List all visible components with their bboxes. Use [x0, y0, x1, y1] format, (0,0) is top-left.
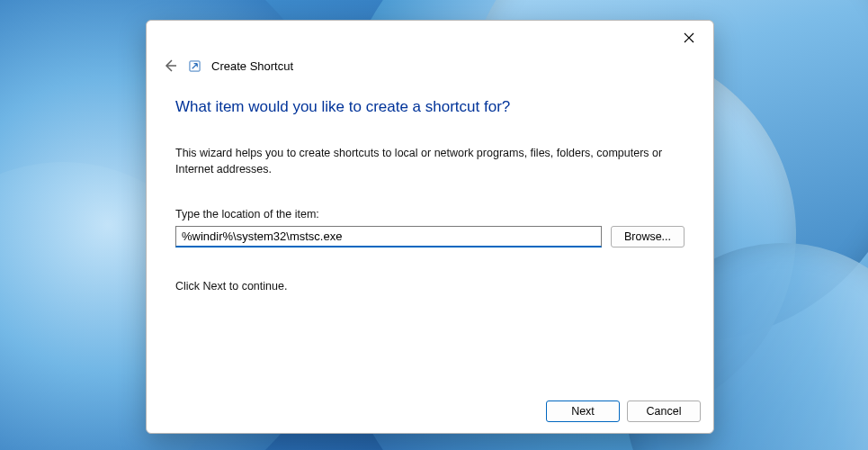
shortcut-icon: [188, 59, 201, 72]
dialog-header: Create Shortcut: [147, 55, 713, 82]
cancel-button[interactable]: Cancel: [627, 400, 701, 422]
wizard-description: This wizard helps you to create shortcut…: [175, 145, 685, 177]
next-button[interactable]: Next: [546, 400, 620, 422]
close-button[interactable]: [676, 26, 702, 50]
location-field-label: Type the location of the item:: [175, 208, 685, 220]
browse-button[interactable]: Browse...: [611, 226, 685, 248]
continue-instruction: Click Next to continue.: [175, 280, 685, 292]
location-input[interactable]: [175, 226, 602, 248]
back-button[interactable]: [163, 58, 177, 73]
create-shortcut-dialog: Create Shortcut What item would you like…: [146, 20, 714, 434]
dialog-title: Create Shortcut: [211, 59, 293, 73]
back-arrow-icon: [163, 58, 177, 73]
dialog-footer: Next Cancel: [147, 390, 713, 433]
wizard-question: What item would you like to create a sho…: [175, 98, 685, 116]
dialog-content: What item would you like to create a sho…: [147, 82, 713, 390]
close-icon: [684, 32, 694, 43]
title-bar: [147, 21, 713, 55]
